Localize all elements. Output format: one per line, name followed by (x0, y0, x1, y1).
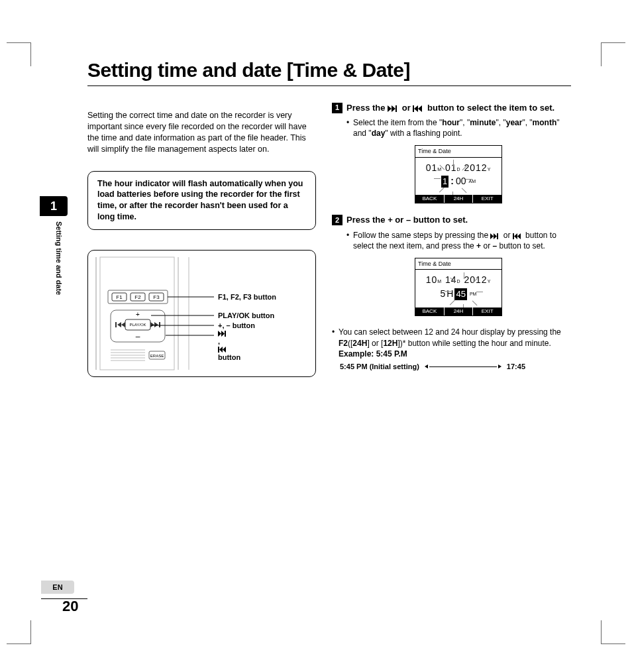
lcd2-h: H (447, 288, 453, 300)
prev-icon (513, 233, 523, 239)
lcd2-m: M (437, 279, 442, 284)
s1b-m3: ", " (522, 118, 532, 127)
svg-marker-32 (219, 347, 223, 353)
crop-mark-bl (0, 624, 26, 651)
lcd2-sk-back: BACK (415, 308, 445, 316)
lcd2-pm: PM (470, 291, 477, 297)
chapter-number: 1 (50, 198, 57, 214)
crop-mark-tr (606, 36, 632, 62)
example-row: 5:45 PM (Initial setting) 17:45 (340, 362, 525, 372)
svg-rect-16 (159, 322, 160, 327)
s2b-mid: or (501, 231, 512, 240)
prev-icon (413, 105, 425, 112)
lcd2-sk-24h: 24H (445, 308, 474, 316)
playok-label: PLAY/OK (129, 323, 146, 327)
lcd2-min-blink: 45 (454, 288, 466, 300)
erase-label: ERASE (150, 354, 164, 358)
svg-rect-36 (395, 105, 397, 112)
svg-marker-33 (223, 347, 226, 353)
s2n-24h: 24H (352, 339, 367, 348)
step2-title: Press the + or – button to set. (346, 214, 468, 226)
intro-text: Setting the correct time and date on the… (87, 110, 316, 155)
lcd2-year: 2012 (464, 274, 488, 285)
s2n-post: ])* button while setting the hour and mi… (397, 339, 551, 348)
lcd1-sk-24h: 24H (445, 195, 474, 203)
double-arrow-icon (425, 364, 501, 368)
lcd1-y: Y (488, 167, 492, 172)
s2b-p3: button to set. (497, 241, 545, 251)
page-number: 20 (62, 596, 78, 616)
step1-bullet: • Select the item from the "hour", "minu… (346, 117, 570, 139)
lcd1-day: 01 (445, 162, 457, 173)
next-icon (388, 105, 399, 112)
lcd1-title: Time & Date (415, 146, 501, 157)
lcd-screenshot-1: Time & Date 01M 01D 2012Y 1:00 AM (415, 145, 502, 203)
chapter-side-label: Setting time and date (54, 221, 64, 295)
example-label: Example: 5:45 P.M (339, 349, 407, 359)
lcd1-sk-back: BACK (415, 195, 445, 203)
lcd2-month: 10 (426, 274, 438, 285)
callout-f-buttons: F1, F2, F3 button (218, 292, 276, 302)
s2n-pre: You can select between 12 and 24 hour di… (339, 327, 561, 337)
svg-marker-40 (490, 233, 494, 239)
example-right: 17:45 (507, 362, 525, 372)
svg-marker-44 (514, 233, 517, 239)
lcd2-y: Y (488, 279, 492, 284)
crop-mark-tl (0, 36, 26, 62)
lcd1-d: D (457, 167, 461, 172)
svg-rect-43 (513, 233, 514, 239)
step-number-1: 1 (332, 103, 342, 113)
note-box: The hour indicator will flash automatica… (87, 171, 316, 231)
lcd1-year: 2012 (464, 162, 488, 173)
s1b-m2: ", " (496, 118, 506, 127)
s1b-month: month (533, 118, 557, 127)
svg-marker-29 (221, 331, 225, 337)
lcd1-sk-exit: EXIT (473, 195, 501, 203)
s2n-12h: 12H (383, 339, 397, 348)
svg-rect-37 (413, 105, 414, 112)
lcd1-month: 01 (426, 162, 438, 173)
f3-key-label: F3 (153, 294, 160, 300)
next-icon (490, 233, 501, 239)
lcd1-m: M (437, 167, 442, 172)
step1-pre: Press the (346, 103, 388, 113)
step-number-2: 2 (332, 215, 342, 225)
page-title-text: Setting time and date [Time & Date] (87, 59, 410, 81)
step1-post: button to select the item to set. (425, 103, 554, 113)
lcd2-day: 14 (445, 274, 457, 285)
step-2-heading: 2 Press the + or – button to set. (332, 214, 570, 226)
language-tab: EN (41, 581, 74, 594)
lcd1-hour-blink: 1 (441, 176, 448, 188)
svg-marker-41 (494, 233, 497, 239)
s1b-min: minute (470, 118, 496, 127)
lcd1-minute: 00 (456, 175, 466, 188)
svg-marker-35 (392, 105, 395, 112)
step1-mid: or (399, 103, 413, 113)
step2-bullet1: • Follow the same steps by pressing the … (346, 230, 570, 251)
svg-marker-45 (517, 233, 521, 239)
lcd1-ampm: AM (468, 178, 476, 184)
f1-key-label: F1 (116, 294, 123, 300)
s1b-hour: hour (442, 118, 460, 127)
svg-marker-38 (414, 105, 418, 112)
language-label: EN (52, 583, 62, 592)
page-title: Setting time and date [Time & Date] (87, 57, 571, 86)
example-left: 5:45 PM (Initial setting) (340, 362, 419, 372)
lcd2-d: D (457, 279, 461, 284)
callout-nav: , button (218, 331, 240, 363)
s1b-m1: ", " (460, 118, 470, 127)
lcd2-title: Time & Date (415, 258, 501, 270)
s1b-pre: Select the item from the " (353, 118, 442, 127)
crop-mark-br (606, 624, 632, 651)
lcd2-sk-exit: EXIT (473, 308, 501, 316)
svg-text:+: + (136, 311, 140, 318)
svg-rect-31 (218, 347, 219, 353)
s2b-pre: Follow the same steps by pressing the (353, 231, 490, 240)
chapter-tab: 1 (40, 196, 68, 216)
svg-text:–: – (136, 332, 140, 341)
callout-playok: PLAY/OK button (218, 311, 274, 321)
lcd2-hour: 5 (441, 288, 446, 300)
s2b-p2: or (481, 241, 492, 251)
s1b-day: day (372, 129, 386, 138)
lcd-screenshot-2: Time & Date 10M 14D 2012Y 5H45 PM (415, 258, 502, 316)
